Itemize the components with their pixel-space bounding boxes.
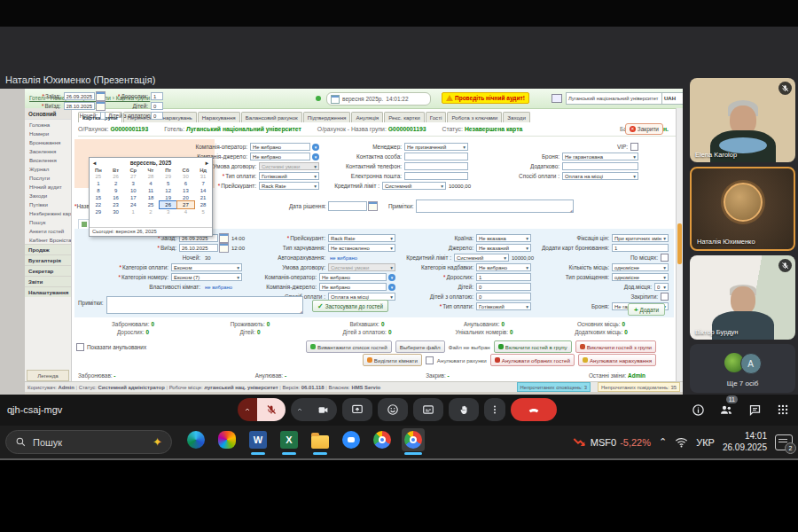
field-row[interactable]: Компанія-оператор: Не вибрано▾ ▾ <box>184 142 319 152</box>
field-row[interactable]: Електронна пошта: ▾ <box>325 171 471 181</box>
field-input[interactable]: Rack Rate▾ <box>259 182 319 190</box>
day-cell[interactable]: 2 <box>107 180 125 187</box>
day-cell[interactable]: 5 <box>160 180 177 187</box>
field-row[interactable]: Дорослих: 1▾ <box>399 272 534 282</box>
day-cell[interactable]: 25 <box>90 173 107 180</box>
file-explorer-icon[interactable] <box>309 428 332 451</box>
field-row[interactable]: Категорія номеру: Економ (7)▾ <box>78 272 245 282</box>
day-cell[interactable]: 25 <box>142 201 160 208</box>
field-input[interactable]: Системні умови▾ <box>259 162 319 170</box>
day-cell[interactable]: 13 <box>177 187 195 194</box>
field-input[interactable]: одномісне▾ <box>612 263 669 271</box>
field-row[interactable]: Джерело: Не вказаний▾ <box>399 243 534 253</box>
people-icon[interactable]: 11 <box>718 402 734 418</box>
field-row[interactable]: Дорослих: 1 <box>108 91 163 101</box>
activities-grid-icon[interactable] <box>775 402 791 418</box>
export-guests-button[interactable]: Вивантажити список гостей <box>306 340 392 353</box>
day-cell[interactable]: 11 <box>142 187 160 194</box>
wifi-icon[interactable] <box>675 437 688 448</box>
field-input[interactable]: 0▾ <box>654 283 669 291</box>
cancel-accounts-checkbox[interactable] <box>426 356 434 364</box>
decision-date-input[interactable] <box>328 201 367 211</box>
meeting-details-icon[interactable] <box>690 402 706 418</box>
field-input[interactable]: 0▾ <box>476 293 531 301</box>
day-cell[interactable]: 12 <box>160 187 177 194</box>
tab[interactable]: Нарахування <box>198 112 240 122</box>
field-row[interactable]: Контактна особа: ▾ <box>325 152 471 161</box>
field-input[interactable]: Системні умови▾ <box>328 263 395 271</box>
tab[interactable]: Заходи <box>503 112 530 122</box>
day-cell[interactable]: 8 <box>90 187 107 194</box>
field-input[interactable]: ▾ <box>562 162 638 170</box>
dropdown-icon[interactable]: ▾ <box>312 153 319 160</box>
day-cell[interactable]: 21 <box>194 194 212 201</box>
field-row[interactable]: Дітей: 0 <box>108 101 163 111</box>
field-row[interactable]: Менеджер: Не призначений▾ <box>325 142 471 152</box>
field-input[interactable]: 0 <box>151 112 163 120</box>
field-row[interactable]: Додати карт бронювання: 1▾ <box>536 243 669 253</box>
taskbar-clock[interactable]: 14:01 26.09.2025 <box>723 431 767 453</box>
field-row[interactable]: Фіксація цін: При критичних змін▾ <box>536 233 669 243</box>
field-row[interactable]: Виїзд: 26.10.2025▾ 12:00 <box>78 243 245 253</box>
sidebar-item[interactable]: Номери <box>25 129 71 137</box>
field-input[interactable]: Економ (7)▾ <box>171 273 242 281</box>
sidebar-section[interactable]: Продаж <box>25 244 71 254</box>
tab[interactable]: Реєс. картки <box>384 112 425 122</box>
field-input[interactable]: ▾ <box>404 172 468 180</box>
checkbox[interactable] <box>76 343 84 351</box>
notes-textarea[interactable] <box>106 296 303 314</box>
sidebar-section[interactable]: Бухгалтерія <box>25 254 71 265</box>
sidebar-section[interactable]: Секретар <box>25 265 71 276</box>
copilot-icon[interactable] <box>215 428 239 451</box>
camera-icon[interactable] <box>309 398 337 421</box>
present-button[interactable] <box>342 398 372 421</box>
field-input[interactable]: Не гарантована▾ <box>562 153 638 160</box>
day-cell[interactable]: 28 <box>194 201 212 208</box>
dropdown-icon[interactable]: ▾ <box>312 144 319 151</box>
raise-hand-button[interactable] <box>449 398 479 421</box>
chrome-icon[interactable] <box>371 428 394 451</box>
day-cell[interactable]: 29 <box>160 173 177 180</box>
field-row[interactable]: VIP: ▾ <box>486 142 638 152</box>
camera-options-chevron[interactable] <box>291 398 309 421</box>
field-input[interactable]: одномісне▾ <box>612 273 669 281</box>
allocate-rooms-button[interactable]: Виділити кімнати <box>363 354 422 366</box>
day-cell[interactable]: 2 <box>142 208 160 215</box>
field-row[interactable]: Умова договору: Системні умови▾ ▾ <box>248 262 395 272</box>
field-row[interactable]: Категорія оплати: Економ▾ <box>78 262 245 272</box>
field-row[interactable]: Кредитний ліміт : Системний▾ 10000,00 <box>399 253 534 262</box>
day-cell[interactable]: 22 <box>90 201 107 208</box>
edge-icon[interactable] <box>184 428 207 451</box>
day-cell[interactable]: 18 <box>142 194 160 201</box>
day-cell[interactable]: 30 <box>107 208 125 215</box>
day-cell[interactable]: 26 <box>160 201 177 208</box>
sidebar-item[interactable]: Головна <box>25 120 71 129</box>
include-guests-button[interactable]: Включити гостей в групу <box>494 340 572 353</box>
tab[interactable]: Робота з ключами <box>447 112 502 122</box>
day-cell[interactable]: 27 <box>124 173 142 180</box>
field-input[interactable]: ▾ <box>404 153 468 160</box>
day-cell[interactable]: 26 <box>107 173 125 180</box>
legend-button[interactable]: Легенда <box>27 370 69 381</box>
participant-tile-speaking[interactable]: Наталія Юхименко <box>690 167 795 251</box>
stock-widget[interactable]: MSF0 -5,22% <box>573 436 651 449</box>
field-input[interactable]: 0 <box>151 102 163 110</box>
day-cell[interactable]: 6 <box>177 180 195 187</box>
field-row[interactable]: Тип оплати: Готівковий▾ <box>399 301 534 311</box>
field-input[interactable]: не вибрано▾ <box>328 254 395 262</box>
day-cell[interactable]: 15 <box>90 194 107 201</box>
field-row[interactable]: Компанія-джерело: Не вибрано▾ ▾ <box>248 282 395 292</box>
field-row[interactable]: Компанія-оператор: Не вибрано▾ ▾ <box>248 272 395 282</box>
participant-tile[interactable]: Віктор Бурдун <box>690 255 795 340</box>
messages-chip[interactable]: Непрочитаних повідомлень: 35 <box>598 382 680 392</box>
field-input[interactable]: 26.09.2025▾▾ <box>64 92 95 100</box>
calendar-icon[interactable] <box>96 91 106 101</box>
field-row[interactable]: Закріпити: ▾ <box>536 292 669 301</box>
day-cell[interactable]: 24 <box>124 201 142 208</box>
scrollbar-thumb[interactable] <box>677 223 682 264</box>
field-row[interactable]: Дод.місця: 0▾ <box>536 282 669 292</box>
sidebar-item[interactable]: Анкети гостей <box>25 226 71 235</box>
word-icon[interactable]: W <box>246 428 270 451</box>
day-cell[interactable]: 29 <box>90 208 107 215</box>
field-input[interactable]: 26.10.2025▾ <box>179 244 218 252</box>
